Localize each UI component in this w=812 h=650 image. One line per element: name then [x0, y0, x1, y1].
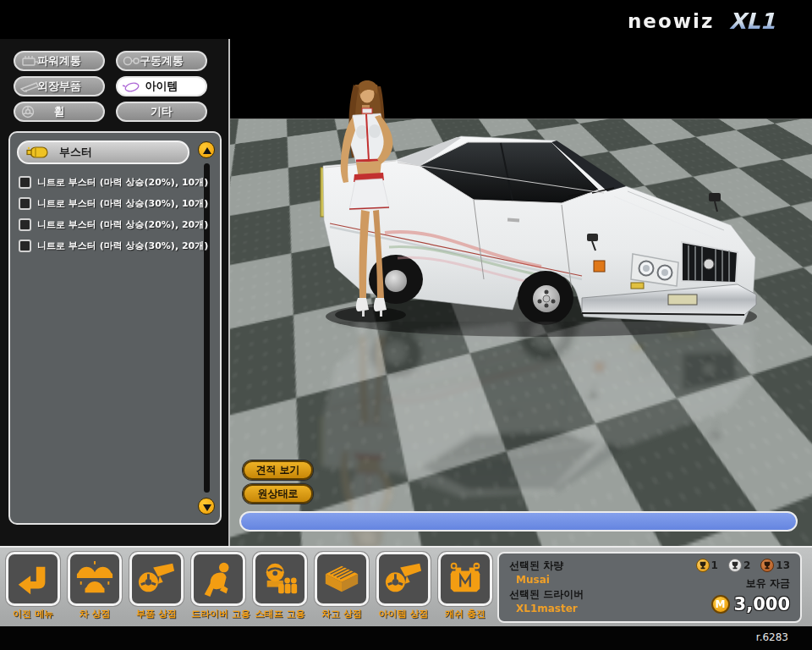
parts-list-panel: 부스터 니트로 부스터 (마력 상승(20%), 10개) 니트로 부스터 (마… — [8, 131, 222, 525]
selected-vehicle-label: 선택된 차량 — [509, 559, 584, 573]
parts-list: 니트로 부스터 (마력 상승(20%), 10개) 니트로 부스터 (마력 상승… — [19, 172, 195, 256]
menu-driver-hire[interactable]: 드라이버 고용 — [191, 552, 245, 620]
scrollbar-track[interactable] — [204, 163, 210, 493]
bronze-trophy: 13 — [760, 559, 790, 572]
list-item[interactable]: 니트로 부스터 (마력 상승(20%), 10개) — [19, 172, 195, 193]
gold-trophy: 1 — [696, 559, 718, 572]
toolbar: 이전 메뉴 차 상점 — [6, 552, 492, 620]
car-shop-icon — [75, 559, 114, 598]
selected-vehicle-value: Musai — [509, 573, 584, 587]
revision-label: r.6283 — [756, 631, 788, 643]
menu-cash-charge[interactable]: 캐쉬 충전 — [438, 552, 492, 620]
category-wheel[interactable]: 휠 — [14, 102, 105, 122]
booster-icon — [25, 145, 51, 160]
category-power[interactable]: 파워계통 — [14, 51, 105, 71]
list-item[interactable]: 니트로 부스터 (마력 상승(30%), 10개) — [19, 193, 195, 214]
floor-reflection — [321, 296, 757, 546]
parts-shop-icon — [137, 559, 176, 598]
neowiz-logo: neowiz — [628, 10, 714, 32]
car-model — [321, 136, 756, 325]
category-item[interactable]: 아이템 — [116, 76, 207, 96]
model-shadow — [335, 307, 406, 322]
garage-shop-icon — [322, 559, 361, 598]
menu-item-shop[interactable]: 아이템 상점 — [376, 552, 431, 620]
svg-text:XL1: XL1 — [729, 8, 776, 34]
restore-button[interactable]: 원상태로 — [243, 484, 313, 504]
item-checkbox[interactable] — [19, 176, 31, 189]
category-drivetrain[interactable]: 구동계통 — [116, 51, 207, 71]
category-etc[interactable]: 기타 — [116, 102, 207, 122]
funds-label: 보유 자금 — [696, 576, 790, 591]
menu-previous[interactable]: 이전 메뉴 — [6, 552, 60, 620]
gold-trophy-icon — [696, 559, 710, 572]
funds-amount: 3,000 — [734, 594, 790, 614]
spoiler-icon — [19, 80, 40, 93]
footer-strip: r.6283 — [0, 626, 812, 650]
staff-hire-icon — [261, 559, 299, 598]
item-checkbox[interactable] — [19, 197, 31, 210]
selected-driver-label: 선택된 드라이버 — [509, 587, 584, 602]
estimate-button[interactable]: 견적 보기 — [243, 460, 313, 480]
bronze-trophy-icon — [760, 559, 774, 572]
list-item[interactable]: 니트로 부스터 (마력 상승(30%), 20개) — [19, 235, 195, 256]
back-arrow-icon — [14, 559, 52, 598]
item-icon — [122, 80, 142, 93]
item-checkbox[interactable] — [19, 240, 31, 252]
status-panel: 선택된 차량 Musai 선택된 드라이버 XL1master 1 — [497, 552, 802, 623]
cash-charge-icon — [446, 559, 485, 598]
item-shop-icon — [384, 559, 423, 598]
list-item[interactable]: 니트로 부스터 (마력 상승(20%), 20개) — [19, 214, 195, 235]
driver-hire-icon — [199, 559, 238, 598]
parts-list-header: 부스터 — [17, 140, 189, 164]
money-coin-icon: M — [711, 595, 730, 614]
menu-staff-hire[interactable]: 스태프 고용 — [253, 552, 307, 620]
category-buttons: 파워계통 구동계통 외장부품 아이템 — [14, 51, 210, 122]
item-checkbox[interactable] — [19, 218, 31, 231]
engine-icon — [19, 54, 40, 68]
wheel-icon — [19, 105, 40, 118]
silver-trophy: 2 — [728, 559, 750, 572]
car-emblem — [704, 259, 714, 269]
game-window: neowiz XL1 견적 보기 원상태로 파워계통 — [0, 0, 812, 650]
status-bar — [239, 511, 798, 532]
silver-trophy-icon — [728, 559, 742, 572]
trophy-counts: 1 2 13 — [696, 559, 790, 572]
side-marker — [594, 261, 605, 272]
menu-parts-shop[interactable]: 부품 상점 — [129, 552, 184, 620]
xl1-logo: XL1 — [724, 7, 797, 36]
scroll-up-button[interactable] — [198, 141, 215, 158]
menu-garage-shop[interactable]: 차고 상점 — [315, 552, 369, 620]
category-exterior[interactable]: 외장부품 — [14, 76, 105, 96]
scroll-down-button[interactable] — [198, 498, 215, 515]
bottom-menu-bar: 이전 메뉴 차 상점 — [0, 546, 812, 626]
selected-driver-value: XL1master — [509, 602, 584, 616]
menu-car-shop[interactable]: 차 상점 — [68, 552, 122, 620]
model-skirt — [349, 179, 389, 210]
car-wheel — [518, 271, 573, 325]
drivetrain-icon — [122, 54, 142, 68]
parts-sidebar: 파워계통 구동계통 외장부품 아이템 — [0, 39, 230, 546]
license-plate — [668, 295, 697, 305]
